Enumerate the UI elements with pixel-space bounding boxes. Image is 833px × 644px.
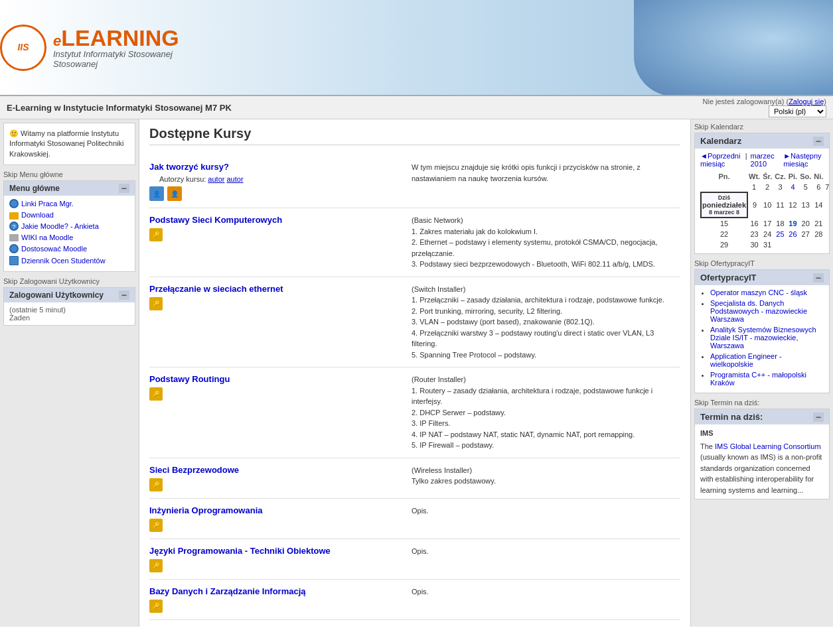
- cal-day-cz: Cz.: [773, 171, 787, 182]
- cal-cell: 27: [798, 229, 812, 239]
- zalogowani-subtitle: (ostatnie 5 minut): [9, 306, 129, 314]
- author-link-2[interactable]: autor: [227, 175, 244, 183]
- language-selector[interactable]: Polski (pl) English (en): [769, 105, 826, 117]
- course-title-podstawy-sieci[interactable]: Podstawy Sieci Komputerowych: [149, 215, 402, 225]
- kalendarz-title: Kalendarz: [700, 136, 741, 146]
- welcome-text: Witamy na platformie Instytutu Informaty…: [9, 129, 123, 158]
- cal-cell: 24: [761, 229, 773, 239]
- page-title: E-Learning w Instytucie Informatyki Stos…: [7, 103, 232, 113]
- course-row: Sieci Bezprzewodowe 🔑 (Wireless Installe…: [149, 458, 680, 499]
- cal-day-link[interactable]: 19: [789, 220, 796, 227]
- oferta-link-5[interactable]: Programista C++ - małopolski Kraków: [710, 371, 806, 387]
- oferta-link-1[interactable]: Operator maszyn CNC - śląsk: [710, 289, 807, 296]
- menu-item-dostosowac[interactable]: Dostosować Moodle: [9, 244, 131, 253]
- course-title-inzynieria[interactable]: Inżynieria Oprogramowania: [149, 505, 402, 515]
- author-link-1[interactable]: autor: [208, 175, 224, 183]
- menu-item-download[interactable]: Download: [9, 211, 131, 219]
- skip-menu-label: Skip Menu główne: [3, 170, 135, 178]
- list-item: Linki Praca Mgr.: [9, 199, 131, 208]
- logo-text-block: eLEARNING Instytut Informatyki Stosowane…: [53, 27, 179, 69]
- kalendarz-content: ◄Poprzedni miesiąc | marzec 2010 ►Następ…: [695, 149, 829, 253]
- login-text: Nie jesteś zalogowany(a) (Zaloguj się): [703, 97, 827, 105]
- cal-day-link[interactable]: 4: [791, 183, 795, 191]
- ims-link[interactable]: IMS Global Learning Consortium: [715, 442, 821, 450]
- termin-collapse[interactable]: −: [813, 413, 824, 422]
- course-row: Jak tworzyć kursy? Autorzy kursu: autor …: [149, 155, 680, 208]
- course-title-routingu[interactable]: Podstawy Routingu: [149, 374, 402, 384]
- cal-nav: ◄Poprzedni miesiąc | marzec 2010 ►Następ…: [700, 152, 824, 168]
- course-description-bazy: Opis.: [412, 586, 680, 613]
- course-left: Jak tworzyć kursy? Autorzy kursu: autor …: [149, 162, 402, 201]
- author-icon-row: 👤 👤: [149, 186, 402, 201]
- course-description-sieci-bezprzewodowe: (Wireless Installer) Tylko zakres podsta…: [412, 465, 680, 491]
- menu-glowne-title: Menu główne: [9, 184, 60, 193]
- course-icon-row: 🔑: [149, 519, 402, 532]
- course-title-bazy[interactable]: Bazy Danych i Zarządzanie Informacją: [149, 586, 402, 596]
- oferta-link-4[interactable]: Application Engineer - wielkopolskie: [710, 352, 782, 368]
- course-left: Sieci Bezprzewodowe 🔑: [149, 465, 402, 491]
- smiley-icon: 🙂: [9, 129, 19, 137]
- list-item: Dziennik Ocen Studentów: [9, 256, 131, 265]
- main-layout: 🙂 Witamy na platformie Instytutu Informa…: [0, 119, 833, 627]
- cal-cell: 17: [761, 218, 773, 229]
- cal-cell: [701, 182, 747, 192]
- termin-header: Termin na dziś: −: [695, 409, 829, 424]
- list-item: ? Jakie Moodle? - Ankieta: [9, 222, 131, 231]
- cal-cell: 19: [787, 218, 798, 229]
- course-enroll-icon: 🔑: [149, 297, 163, 310]
- course-title-jezyki[interactable]: Języki Programowania - Techniki Obiektow…: [149, 546, 402, 556]
- list-item: Application Engineer - wielkopolskie: [710, 352, 824, 368]
- menu-item-dziennik[interactable]: Dziennik Ocen Studentów: [9, 256, 131, 265]
- cal-day-pi: Pi.: [787, 171, 798, 182]
- not-logged-text: Nie jesteś zalogowany(a) (: [703, 97, 789, 105]
- cal-cell: 3: [773, 182, 787, 192]
- cal-day-ni: Ni.: [812, 171, 824, 182]
- course-enroll-icon: 🔑: [149, 600, 163, 613]
- oferta-link-2[interactable]: Specjalista ds. Danych Podstawowych - ma…: [710, 299, 807, 323]
- book-icon: [9, 256, 19, 265]
- zalogowani-collapse[interactable]: −: [119, 290, 129, 300]
- zalogowani-header: Zalogowani Użytkownicy −: [4, 288, 135, 302]
- zalogowani-box: Zalogowani Użytkownicy − (ostatnie 5 min…: [3, 287, 135, 326]
- course-icon-row: 🔑: [149, 387, 402, 401]
- cal-week-3: 15 16 17 18 19 20 21: [701, 218, 830, 229]
- cal-cell: 14: [812, 192, 824, 218]
- menu-wiki-label: WIKI na Moodle: [21, 233, 73, 241]
- course-row: Inżynieria Oprogramowania 🔑 Opis.: [149, 499, 680, 539]
- cal-prev-link[interactable]: ◄Poprzedni miesiąc: [700, 152, 742, 168]
- course-enroll-icon: 🔑: [149, 478, 163, 491]
- cal-day-link[interactable]: 25: [776, 230, 784, 238]
- center-content: Dostępne Kursy Jak tworzyć kursy? Autorz…: [139, 119, 690, 627]
- course-title-przelaczanie[interactable]: Przełączanie w sieciach ethernet: [149, 284, 402, 294]
- menu-item-linki[interactable]: Linki Praca Mgr.: [9, 199, 131, 208]
- cal-next-link[interactable]: ►Następny miesiąc: [783, 152, 824, 168]
- kalendarz-collapse[interactable]: −: [813, 137, 824, 146]
- link-icon: [9, 199, 19, 208]
- cal-cell: 1: [747, 182, 761, 192]
- elearning-title: eLEARNING: [53, 27, 179, 49]
- learning-word: LEARNING: [61, 25, 179, 50]
- header-globe: [634, 0, 833, 96]
- menu-glowne-content: Linki Praca Mgr. Download ? Jakie Moodle…: [4, 196, 135, 271]
- course-title-jak-tworzyc[interactable]: Jak tworzyć kursy?: [149, 162, 402, 172]
- login-link[interactable]: Zaloguj się: [789, 97, 824, 105]
- menu-item-ankieta[interactable]: ? Jakie Moodle? - Ankieta: [9, 222, 131, 231]
- cal-cell: 9: [747, 192, 761, 218]
- course-enroll-icon: 🔑: [149, 387, 163, 401]
- cal-day-link[interactable]: 26: [789, 230, 796, 238]
- skip-kalendarz-label: Skip Kalendarz: [694, 123, 830, 131]
- oferty-title: OfertypracyIT: [700, 273, 757, 283]
- oferty-box: OfertypracyIT − Operator maszyn CNC - śl…: [694, 269, 830, 393]
- menu-glowne-collapse[interactable]: −: [119, 184, 129, 193]
- cal-cell: 6: [812, 182, 824, 192]
- institute-name: Instytut Informatyki Stosowanej: [53, 49, 179, 59]
- menu-item-wiki[interactable]: WIKI na Moodle: [9, 233, 131, 241]
- oferta-link-3[interactable]: Analityk Systemów Biznesowych Dziale IS/…: [710, 326, 816, 350]
- course-title-sieci-bezprzewodowe[interactable]: Sieci Bezprzewodowe: [149, 465, 402, 475]
- termin-title: Termin na dziś:: [700, 412, 763, 422]
- cal-current-month[interactable]: marzec 2010: [751, 152, 777, 168]
- menu-glowne-header: Menu główne −: [4, 181, 135, 196]
- menu-linki-label: Linki Praca Mgr.: [21, 200, 74, 208]
- cal-week-1: 1 2 3 4 5 6 7: [701, 182, 830, 192]
- oferty-collapse[interactable]: −: [813, 273, 824, 283]
